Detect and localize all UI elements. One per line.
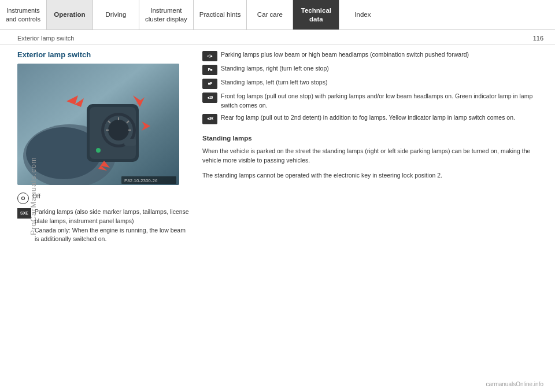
svg-point-8 <box>108 120 129 140</box>
nav-technical-data[interactable]: Technical data <box>293 0 339 29</box>
left-icon-list: O Off SXE Parking lamps (also side marke… <box>17 192 191 244</box>
standing-lamps-title: Standing lamps <box>202 134 543 143</box>
right-icon-row-3: ■P Standing lamps, left (turn left two s… <box>202 78 543 89</box>
navigation-bar: Instruments and controls Operation Drivi… <box>0 0 555 30</box>
page-header: Exterior lamp switch 116 <box>0 31 555 45</box>
icon-off: O <box>17 193 29 204</box>
nav-driving[interactable]: Driving <box>93 0 139 29</box>
right-column: ◁● Parking lamps plus low beam or high b… <box>202 50 543 244</box>
nav-instrument-cluster[interactable]: Instrument cluster display <box>139 0 194 29</box>
svg-rect-15 <box>124 139 136 146</box>
main-content: Exterior lamp switch <box>0 45 555 250</box>
left-column: Exterior lamp switch <box>17 50 191 244</box>
standing-lamps-section: Standing lamps When the vehicle is parke… <box>202 134 543 180</box>
right-icon-row-4: ●10 Front fog lamps (pull out one stop) … <box>202 92 543 110</box>
svg-text:P82.10-2300-26: P82.10-2300-26 <box>124 178 158 183</box>
standing-lamps-p2: The standing lamps cannot be operated wi… <box>202 171 543 180</box>
standing-lamps-p1: When the vehicle is parked on the street… <box>202 146 543 165</box>
nav-car-care[interactable]: Car care <box>247 0 293 29</box>
section-title: Exterior lamp switch <box>17 50 191 59</box>
icon-rear-fog: ●3R <box>202 114 217 124</box>
right-icon-row-5: ●3R Rear fog lamp (pull out to 2nd deten… <box>202 113 543 124</box>
bottom-watermark: carmanualsOnline.info <box>486 381 544 387</box>
page-number: 116 <box>533 35 543 42</box>
icon-front-fog: ●10 <box>202 93 217 103</box>
right-icon-list: ◁● Parking lamps plus low beam or high b… <box>202 50 543 124</box>
icon-row-off: O Off <box>17 192 191 204</box>
right-icon-row-1: ◁● Parking lamps plus low beam or high b… <box>202 50 543 61</box>
icon-combo: ◁● <box>202 51 217 61</box>
side-watermark: ProCarManuals.com <box>29 157 38 235</box>
icon-standing-left: ■P <box>202 79 217 89</box>
page-header-title: Exterior lamp switch <box>17 35 74 42</box>
svg-point-14 <box>96 148 101 153</box>
right-icon-row-2: P■ Standing lamps, right (turn left one … <box>202 64 543 75</box>
icon-standing-right: P■ <box>202 65 217 75</box>
lamp-switch-image: P82.10-2300-26 <box>17 64 179 185</box>
nav-index[interactable]: Index <box>339 0 386 29</box>
nav-practical-hints[interactable]: Practical hints <box>194 0 247 29</box>
nav-operation[interactable]: Operation <box>47 0 93 29</box>
nav-instruments[interactable]: Instruments and controls <box>0 0 47 29</box>
icon-row-parking: SXE Parking lamps (also side marker lamp… <box>17 208 191 244</box>
